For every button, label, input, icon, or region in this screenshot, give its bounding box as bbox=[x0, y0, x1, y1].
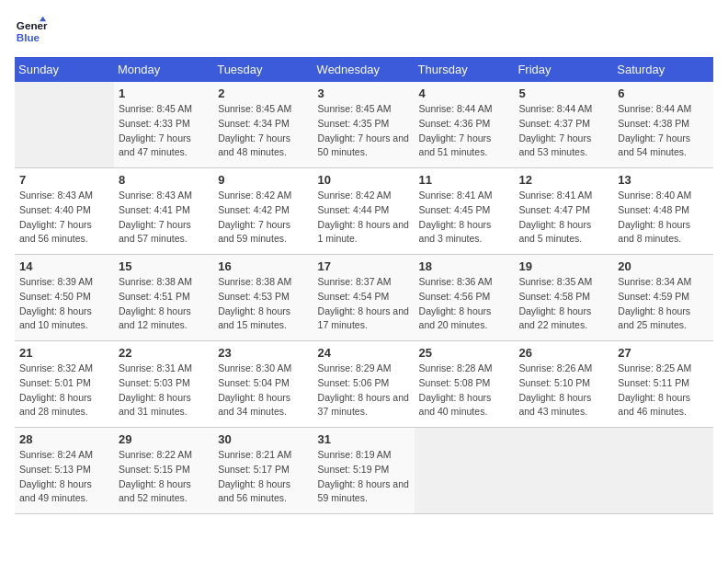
day-number: 23 bbox=[218, 346, 308, 360]
day-detail: Sunrise: 8:35 AMSunset: 4:58 PMDaylight:… bbox=[518, 276, 592, 330]
day-detail: Sunrise: 8:38 AMSunset: 4:51 PMDaylight:… bbox=[119, 276, 192, 330]
calendar-day-cell: 19 Sunrise: 8:35 AMSunset: 4:58 PMDaylig… bbox=[514, 255, 613, 341]
day-number: 29 bbox=[119, 432, 209, 446]
calendar-day-cell: 13 Sunrise: 8:40 AMSunset: 4:48 PMDaylig… bbox=[613, 168, 713, 255]
calendar-day-cell bbox=[613, 428, 713, 514]
day-number: 17 bbox=[318, 259, 410, 273]
calendar-day-cell: 4 Sunrise: 8:44 AMSunset: 4:36 PMDayligh… bbox=[415, 82, 515, 168]
day-number: 25 bbox=[419, 346, 510, 360]
day-detail: Sunrise: 8:28 AMSunset: 5:08 PMDaylight:… bbox=[419, 362, 493, 417]
day-number: 10 bbox=[318, 173, 410, 187]
day-detail: Sunrise: 8:42 AMSunset: 4:42 PMDaylight:… bbox=[218, 190, 291, 244]
calendar-header-row: SundayMondayTuesdayWednesdayThursdayFrid… bbox=[15, 57, 713, 82]
calendar-day-cell: 27 Sunrise: 8:25 AMSunset: 5:11 PMDaylig… bbox=[613, 341, 713, 428]
day-number: 3 bbox=[318, 86, 410, 100]
weekday-header: Friday bbox=[514, 57, 613, 82]
calendar-day-cell: 12 Sunrise: 8:41 AMSunset: 4:47 PMDaylig… bbox=[514, 168, 613, 255]
day-detail: Sunrise: 8:45 AMSunset: 4:35 PMDaylight:… bbox=[318, 103, 409, 157]
calendar-day-cell bbox=[15, 82, 114, 168]
day-detail: Sunrise: 8:42 AMSunset: 4:44 PMDaylight:… bbox=[318, 190, 409, 244]
day-number: 7 bbox=[19, 173, 109, 187]
day-detail: Sunrise: 8:31 AMSunset: 5:03 PMDaylight:… bbox=[119, 362, 192, 417]
logo: General Blue bbox=[15, 15, 51, 48]
day-number: 6 bbox=[618, 86, 709, 100]
day-number: 15 bbox=[119, 259, 209, 273]
calendar-week-row: 21 Sunrise: 8:32 AMSunset: 5:01 PMDaylig… bbox=[15, 341, 713, 428]
calendar-day-cell: 22 Sunrise: 8:31 AMSunset: 5:03 PMDaylig… bbox=[114, 341, 213, 428]
day-number: 20 bbox=[618, 259, 709, 273]
weekday-header: Sunday bbox=[15, 57, 114, 82]
day-detail: Sunrise: 8:26 AMSunset: 5:10 PMDaylight:… bbox=[518, 362, 592, 417]
weekday-header: Saturday bbox=[613, 57, 713, 82]
day-detail: Sunrise: 8:41 AMSunset: 4:45 PMDaylight:… bbox=[419, 190, 493, 244]
calendar-day-cell: 11 Sunrise: 8:41 AMSunset: 4:45 PMDaylig… bbox=[415, 168, 515, 255]
day-number: 9 bbox=[218, 173, 308, 187]
day-number: 30 bbox=[218, 432, 308, 446]
day-number: 28 bbox=[19, 432, 109, 446]
day-detail: Sunrise: 8:36 AMSunset: 4:56 PMDaylight:… bbox=[419, 276, 493, 330]
calendar-day-cell: 25 Sunrise: 8:28 AMSunset: 5:08 PMDaylig… bbox=[415, 341, 515, 428]
day-detail: Sunrise: 8:24 AMSunset: 5:13 PMDaylight:… bbox=[19, 449, 93, 503]
calendar-day-cell: 21 Sunrise: 8:32 AMSunset: 5:01 PMDaylig… bbox=[15, 341, 114, 428]
calendar-week-row: 1 Sunrise: 8:45 AMSunset: 4:33 PMDayligh… bbox=[15, 82, 713, 168]
calendar-day-cell: 23 Sunrise: 8:30 AMSunset: 5:04 PMDaylig… bbox=[213, 341, 313, 428]
day-number: 12 bbox=[518, 173, 609, 187]
day-number: 16 bbox=[218, 259, 308, 273]
day-detail: Sunrise: 8:41 AMSunset: 4:47 PMDaylight:… bbox=[518, 190, 592, 244]
day-detail: Sunrise: 8:19 AMSunset: 5:19 PMDaylight:… bbox=[318, 449, 409, 503]
day-number: 8 bbox=[119, 173, 209, 187]
logo-icon: General Blue bbox=[15, 15, 48, 48]
calendar-day-cell: 6 Sunrise: 8:44 AMSunset: 4:38 PMDayligh… bbox=[613, 82, 713, 168]
day-number: 11 bbox=[419, 173, 510, 187]
calendar-day-cell bbox=[415, 428, 515, 514]
calendar-day-cell: 20 Sunrise: 8:34 AMSunset: 4:59 PMDaylig… bbox=[613, 255, 713, 341]
calendar-day-cell: 1 Sunrise: 8:45 AMSunset: 4:33 PMDayligh… bbox=[114, 82, 213, 168]
calendar-day-cell: 26 Sunrise: 8:26 AMSunset: 5:10 PMDaylig… bbox=[514, 341, 613, 428]
day-detail: Sunrise: 8:40 AMSunset: 4:48 PMDaylight:… bbox=[618, 190, 691, 244]
weekday-header: Monday bbox=[114, 57, 213, 82]
calendar-day-cell: 31 Sunrise: 8:19 AMSunset: 5:19 PMDaylig… bbox=[313, 428, 415, 514]
weekday-header: Tuesday bbox=[213, 57, 313, 82]
day-detail: Sunrise: 8:45 AMSunset: 4:34 PMDaylight:… bbox=[218, 103, 291, 157]
day-detail: Sunrise: 8:21 AMSunset: 5:17 PMDaylight:… bbox=[218, 449, 291, 503]
day-detail: Sunrise: 8:34 AMSunset: 4:59 PMDaylight:… bbox=[618, 276, 691, 330]
day-detail: Sunrise: 8:43 AMSunset: 4:40 PMDaylight:… bbox=[19, 190, 93, 244]
day-detail: Sunrise: 8:44 AMSunset: 4:38 PMDaylight:… bbox=[618, 103, 691, 157]
day-detail: Sunrise: 8:22 AMSunset: 5:15 PMDaylight:… bbox=[119, 449, 192, 503]
calendar-day-cell: 28 Sunrise: 8:24 AMSunset: 5:13 PMDaylig… bbox=[15, 428, 114, 514]
day-number: 19 bbox=[518, 259, 609, 273]
calendar-day-cell: 17 Sunrise: 8:37 AMSunset: 4:54 PMDaylig… bbox=[313, 255, 415, 341]
calendar-week-row: 28 Sunrise: 8:24 AMSunset: 5:13 PMDaylig… bbox=[15, 428, 713, 514]
calendar-day-cell: 5 Sunrise: 8:44 AMSunset: 4:37 PMDayligh… bbox=[514, 82, 613, 168]
day-detail: Sunrise: 8:39 AMSunset: 4:50 PMDaylight:… bbox=[19, 276, 93, 330]
day-number: 21 bbox=[19, 346, 109, 360]
day-number: 22 bbox=[119, 346, 209, 360]
calendar-day-cell: 14 Sunrise: 8:39 AMSunset: 4:50 PMDaylig… bbox=[15, 255, 114, 341]
calendar-day-cell: 3 Sunrise: 8:45 AMSunset: 4:35 PMDayligh… bbox=[313, 82, 415, 168]
day-detail: Sunrise: 8:37 AMSunset: 4:54 PMDaylight:… bbox=[318, 276, 409, 330]
day-number: 26 bbox=[518, 346, 609, 360]
calendar-body: 1 Sunrise: 8:45 AMSunset: 4:33 PMDayligh… bbox=[15, 82, 713, 514]
calendar-day-cell: 24 Sunrise: 8:29 AMSunset: 5:06 PMDaylig… bbox=[313, 341, 415, 428]
day-detail: Sunrise: 8:44 AMSunset: 4:36 PMDaylight:… bbox=[419, 103, 493, 157]
day-detail: Sunrise: 8:29 AMSunset: 5:06 PMDaylight:… bbox=[318, 362, 409, 417]
day-detail: Sunrise: 8:38 AMSunset: 4:53 PMDaylight:… bbox=[218, 276, 291, 330]
weekday-header: Wednesday bbox=[313, 57, 415, 82]
day-number: 4 bbox=[419, 86, 510, 100]
day-number: 18 bbox=[419, 259, 510, 273]
weekday-header: Thursday bbox=[415, 57, 515, 82]
calendar-day-cell: 7 Sunrise: 8:43 AMSunset: 4:40 PMDayligh… bbox=[15, 168, 114, 255]
day-detail: Sunrise: 8:45 AMSunset: 4:33 PMDaylight:… bbox=[119, 103, 192, 157]
calendar-day-cell: 15 Sunrise: 8:38 AMSunset: 4:51 PMDaylig… bbox=[114, 255, 213, 341]
day-detail: Sunrise: 8:32 AMSunset: 5:01 PMDaylight:… bbox=[19, 362, 93, 417]
calendar-day-cell: 8 Sunrise: 8:43 AMSunset: 4:41 PMDayligh… bbox=[114, 168, 213, 255]
calendar-table: SundayMondayTuesdayWednesdayThursdayFrid… bbox=[15, 57, 713, 514]
calendar-day-cell: 18 Sunrise: 8:36 AMSunset: 4:56 PMDaylig… bbox=[415, 255, 515, 341]
day-number: 13 bbox=[618, 173, 709, 187]
svg-text:Blue: Blue bbox=[17, 31, 40, 43]
calendar-day-cell: 9 Sunrise: 8:42 AMSunset: 4:42 PMDayligh… bbox=[213, 168, 313, 255]
day-number: 2 bbox=[218, 86, 308, 100]
calendar-day-cell bbox=[514, 428, 613, 514]
calendar-week-row: 14 Sunrise: 8:39 AMSunset: 4:50 PMDaylig… bbox=[15, 255, 713, 341]
calendar-day-cell: 16 Sunrise: 8:38 AMSunset: 4:53 PMDaylig… bbox=[213, 255, 313, 341]
